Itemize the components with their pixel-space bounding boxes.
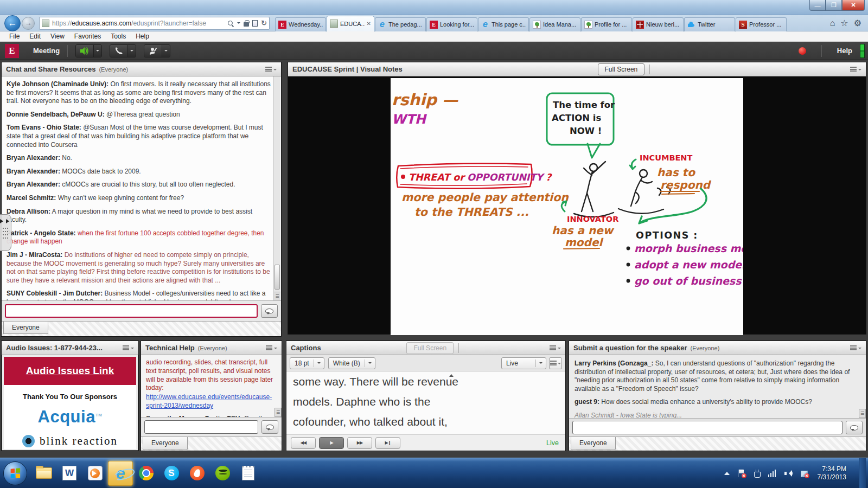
- restore-button[interactable]: ❐: [826, 0, 842, 11]
- question-input[interactable]: [572, 421, 843, 434]
- sync-app-icon[interactable]: ✕: [800, 469, 808, 478]
- taskbar-item-word[interactable]: [57, 461, 82, 486]
- red-grid-icon: [636, 21, 644, 29]
- settings-gear-icon[interactable]: ⚙: [854, 18, 861, 28]
- audio-pod-body: Audio Issues Link Thank You To Our Spons…: [4, 357, 136, 449]
- tab-profile[interactable]: Profile for ...: [581, 17, 632, 31]
- fullscreen-button-disabled: Full Screen: [406, 342, 454, 354]
- tab-idea-management[interactable]: Idea Mana...: [529, 17, 580, 31]
- taskbar-item-notepad[interactable]: [235, 461, 260, 486]
- scrollbar-grip[interactable]: ☰: [859, 409, 866, 418]
- pod-menu-icon[interactable]: [850, 345, 861, 351]
- address-bar[interactable]: https://educause.acms.com/edusprint?laun…: [39, 17, 270, 30]
- send-button[interactable]: [261, 420, 278, 434]
- send-button[interactable]: [846, 421, 863, 434]
- tab-educause-active[interactable]: EDUCA...✕: [327, 16, 374, 31]
- meeting-help-link[interactable]: Help: [837, 47, 852, 55]
- everyone-tab[interactable]: Everyone: [3, 322, 48, 334]
- tab-nieuw-berichten[interactable]: Nieuw beri...: [633, 17, 684, 31]
- action-center-icon[interactable]: ✕: [737, 469, 745, 478]
- search-dropdown-icon[interactable]: [237, 22, 240, 25]
- tab-close-icon[interactable]: ✕: [367, 21, 371, 27]
- question-scope-tabs: Everyone: [569, 436, 866, 451]
- phone-icon[interactable]: [110, 45, 127, 57]
- favorites-star-icon[interactable]: ☆: [840, 18, 848, 28]
- svg-text:INCUMBENT: INCUMBENT: [640, 153, 692, 162]
- forward-button[interactable]: →: [22, 17, 35, 30]
- session-page-link[interactable]: http://www.educause.edu/events/educause-…: [146, 393, 274, 410]
- stream-select[interactable]: Live: [501, 357, 546, 369]
- volume-icon[interactable]: [784, 469, 793, 478]
- menu-help[interactable]: Help: [131, 33, 154, 40]
- drag-dots-icon: [2, 227, 9, 241]
- start-button[interactable]: [3, 461, 27, 485]
- play-button[interactable]: ▶: [319, 437, 344, 449]
- scrollbar-grip[interactable]: ☰: [275, 408, 282, 417]
- pod-menu-icon[interactable]: [266, 345, 277, 351]
- taskbar-clock[interactable]: 7:34 PM 7/31/2013: [815, 465, 846, 481]
- scroll-up-icon[interactable]: [449, 372, 454, 377]
- caption-options-button[interactable]: [549, 357, 562, 369]
- skip-to-live-button[interactable]: ▶❙: [375, 437, 400, 449]
- menu-favorites[interactable]: Favorites: [69, 33, 106, 40]
- font-size-select[interactable]: 18 pt: [290, 357, 324, 369]
- menu-tools[interactable]: Tools: [106, 33, 131, 40]
- pod-menu-icon[interactable]: [123, 345, 134, 351]
- meeting-menu[interactable]: Meeting: [33, 47, 60, 55]
- taskbar-item-spotify[interactable]: [210, 461, 235, 486]
- address-bar-icons: ↻: [227, 19, 267, 27]
- show-desktop-button[interactable]: [859, 458, 866, 488]
- taskbar-item-explorer[interactable]: [31, 461, 56, 486]
- taskbar-item-ie-active[interactable]: e: [108, 461, 133, 486]
- menu-file[interactable]: File: [4, 33, 24, 40]
- everyone-tab[interactable]: Everyone: [571, 437, 616, 450]
- tab-professor[interactable]: Professor ...: [736, 17, 787, 31]
- tech-chat-input[interactable]: [144, 420, 258, 434]
- color-scheme-select[interactable]: White (B): [328, 357, 375, 369]
- chat-scrollbar[interactable]: ☰: [273, 76, 280, 300]
- search-icon[interactable]: [227, 20, 234, 27]
- divider: [458, 343, 459, 353]
- pod-menu-icon[interactable]: [550, 345, 561, 351]
- taskbar-item-skype[interactable]: [159, 461, 184, 486]
- compatibility-icon[interactable]: [252, 20, 258, 27]
- raise-hand-icon[interactable]: [144, 45, 162, 57]
- minimize-button[interactable]: —: [809, 0, 826, 11]
- speaker-icon[interactable]: [76, 45, 93, 57]
- menu-edit[interactable]: Edit: [24, 33, 46, 40]
- home-icon[interactable]: ⌂: [830, 18, 835, 28]
- raise-hand-dropdown[interactable]: [162, 45, 170, 57]
- power-icon[interactable]: [752, 469, 761, 478]
- menu-view[interactable]: View: [46, 33, 69, 40]
- rewind-button[interactable]: ◀◀: [291, 437, 316, 449]
- tab-twitter[interactable]: Twitter: [684, 17, 735, 31]
- fullscreen-button[interactable]: Full Screen: [598, 63, 645, 75]
- sidebar-flyout-handle[interactable]: [0, 214, 11, 251]
- back-button[interactable]: ←: [4, 15, 21, 31]
- chat-input[interactable]: [5, 304, 258, 318]
- send-button[interactable]: [261, 304, 278, 318]
- audio-link-banner: Audio Issues Link: [4, 357, 136, 385]
- network-signal-icon[interactable]: [768, 469, 777, 477]
- everyone-tab[interactable]: Everyone: [143, 437, 188, 450]
- audio-issues-link[interactable]: Audio Issues Link: [26, 365, 114, 377]
- phone-dropdown[interactable]: [127, 45, 136, 57]
- acms-page-icon: [330, 20, 338, 28]
- pod-menu-icon[interactable]: [850, 67, 861, 72]
- refresh-icon[interactable]: ↻: [261, 19, 267, 27]
- tab-pedagogy[interactable]: The pedag...: [375, 17, 426, 31]
- tab-wednesday[interactable]: Wednesday...: [275, 17, 326, 31]
- tab-this-page[interactable]: This page c...: [478, 17, 529, 31]
- fast-forward-button[interactable]: ▶▶: [347, 437, 372, 449]
- speaker-dropdown[interactable]: [93, 45, 101, 57]
- show-hidden-icons[interactable]: [724, 469, 730, 475]
- taskbar-item-media-player[interactable]: [82, 461, 107, 486]
- folder-icon: [36, 467, 52, 479]
- taskbar-item-origin[interactable]: [184, 461, 209, 486]
- scrollbar-grip[interactable]: ☰: [274, 292, 280, 300]
- scrollbar-thumb[interactable]: [275, 265, 280, 290]
- tab-looking-for[interactable]: Looking for...: [426, 17, 477, 31]
- pod-menu-icon[interactable]: [265, 67, 277, 72]
- taskbar-item-chrome[interactable]: [133, 461, 158, 486]
- close-button[interactable]: ✕: [842, 0, 865, 11]
